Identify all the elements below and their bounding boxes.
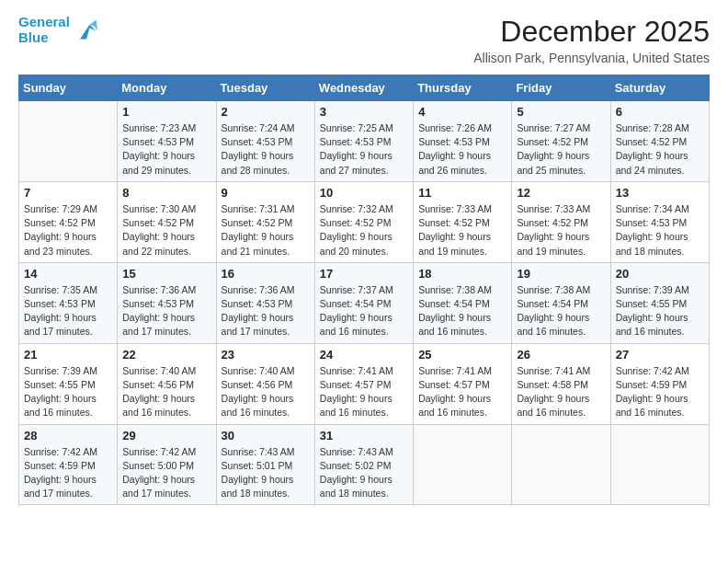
calendar-cell: 11Sunrise: 7:33 AMSunset: 4:52 PMDayligh… — [414, 181, 512, 262]
day-number: 22 — [122, 348, 210, 362]
logo: GeneralBlue — [18, 15, 99, 45]
day-info: Sunrise: 7:31 AMSunset: 4:52 PMDaylight:… — [222, 202, 310, 259]
calendar-week-2: 7Sunrise: 7:29 AMSunset: 4:52 PMDaylight… — [19, 181, 710, 262]
logo-icon — [74, 17, 99, 42]
weekday-header-thursday: Thursday — [414, 75, 512, 101]
calendar-cell — [610, 424, 709, 505]
day-info: Sunrise: 7:41 AMSunset: 4:57 PMDaylight:… — [320, 364, 408, 420]
day-info: Sunrise: 7:26 AMSunset: 4:53 PMDaylight:… — [418, 121, 506, 178]
day-info: Sunrise: 7:37 AMSunset: 4:54 PMDaylight:… — [320, 283, 408, 339]
calendar-table: SundayMondayTuesdayWednesdayThursdayFrid… — [18, 75, 710, 505]
day-number: 4 — [418, 105, 506, 119]
day-number: 13 — [616, 186, 704, 200]
calendar-cell: 23Sunrise: 7:40 AMSunset: 4:56 PMDayligh… — [216, 343, 314, 424]
day-info: Sunrise: 7:25 AMSunset: 4:53 PMDaylight:… — [320, 121, 408, 178]
calendar-cell — [19, 101, 118, 182]
day-info: Sunrise: 7:24 AMSunset: 4:53 PMDaylight:… — [222, 121, 310, 178]
day-number: 15 — [122, 267, 210, 281]
calendar-week-3: 14Sunrise: 7:35 AMSunset: 4:53 PMDayligh… — [19, 262, 710, 343]
calendar-cell — [414, 424, 512, 505]
calendar-cell: 12Sunrise: 7:33 AMSunset: 4:52 PMDayligh… — [512, 181, 610, 262]
calendar-cell: 14Sunrise: 7:35 AMSunset: 4:53 PMDayligh… — [19, 262, 118, 343]
day-number: 25 — [418, 348, 506, 362]
calendar-cell: 19Sunrise: 7:38 AMSunset: 4:54 PMDayligh… — [512, 262, 610, 343]
calendar-cell: 9Sunrise: 7:31 AMSunset: 4:52 PMDaylight… — [216, 181, 314, 262]
calendar-cell: 25Sunrise: 7:41 AMSunset: 4:57 PMDayligh… — [414, 343, 512, 424]
day-number: 31 — [320, 429, 408, 442]
calendar-cell: 4Sunrise: 7:26 AMSunset: 4:53 PMDaylight… — [414, 101, 512, 182]
title-area: December 2025 Allison Park, Pennsylvania… — [473, 15, 710, 65]
calendar-cell: 22Sunrise: 7:40 AMSunset: 4:56 PMDayligh… — [118, 343, 216, 424]
calendar-cell: 27Sunrise: 7:42 AMSunset: 4:59 PMDayligh… — [610, 343, 709, 424]
day-number: 2 — [222, 105, 310, 119]
day-number: 27 — [616, 348, 704, 362]
day-number: 29 — [122, 429, 210, 442]
day-number: 20 — [616, 267, 704, 281]
subtitle: Allison Park, Pennsylvania, United State… — [473, 51, 710, 65]
calendar-cell: 15Sunrise: 7:36 AMSunset: 4:53 PMDayligh… — [118, 262, 216, 343]
day-info: Sunrise: 7:43 AMSunset: 5:02 PMDaylight:… — [320, 445, 408, 501]
header: GeneralBlue December 2025 Allison Park, … — [18, 15, 710, 65]
day-number: 5 — [517, 105, 605, 119]
day-info: Sunrise: 7:43 AMSunset: 5:01 PMDaylight:… — [222, 445, 310, 501]
main-title: December 2025 — [473, 15, 710, 49]
weekday-header-wednesday: Wednesday — [314, 75, 413, 101]
day-number: 21 — [24, 348, 112, 362]
day-info: Sunrise: 7:34 AMSunset: 4:53 PMDaylight:… — [616, 202, 704, 259]
calendar-cell: 24Sunrise: 7:41 AMSunset: 4:57 PMDayligh… — [314, 343, 413, 424]
day-number: 28 — [24, 429, 112, 442]
weekday-header-saturday: Saturday — [610, 75, 709, 101]
day-number: 18 — [418, 267, 506, 281]
day-info: Sunrise: 7:42 AMSunset: 4:59 PMDaylight:… — [24, 445, 112, 501]
calendar-cell: 31Sunrise: 7:43 AMSunset: 5:02 PMDayligh… — [314, 424, 413, 505]
day-info: Sunrise: 7:36 AMSunset: 4:53 PMDaylight:… — [122, 283, 210, 339]
calendar-cell: 28Sunrise: 7:42 AMSunset: 4:59 PMDayligh… — [19, 424, 118, 505]
day-info: Sunrise: 7:32 AMSunset: 4:52 PMDaylight:… — [320, 202, 408, 259]
day-number: 7 — [24, 186, 112, 200]
day-info: Sunrise: 7:40 AMSunset: 4:56 PMDaylight:… — [222, 364, 310, 420]
day-info: Sunrise: 7:33 AMSunset: 4:52 PMDaylight:… — [418, 202, 506, 259]
calendar-cell: 18Sunrise: 7:38 AMSunset: 4:54 PMDayligh… — [414, 262, 512, 343]
day-number: 6 — [616, 105, 704, 119]
day-info: Sunrise: 7:33 AMSunset: 4:52 PMDaylight:… — [517, 202, 605, 259]
calendar-cell: 8Sunrise: 7:30 AMSunset: 4:52 PMDaylight… — [118, 181, 216, 262]
day-info: Sunrise: 7:40 AMSunset: 4:56 PMDaylight:… — [122, 364, 210, 420]
day-info: Sunrise: 7:41 AMSunset: 4:57 PMDaylight:… — [418, 364, 506, 420]
weekday-header-monday: Monday — [118, 75, 216, 101]
day-info: Sunrise: 7:36 AMSunset: 4:53 PMDaylight:… — [222, 283, 310, 339]
day-number: 26 — [517, 348, 605, 362]
day-info: Sunrise: 7:39 AMSunset: 4:55 PMDaylight:… — [616, 283, 704, 339]
calendar-week-1: 1Sunrise: 7:23 AMSunset: 4:53 PMDaylight… — [19, 101, 710, 182]
day-info: Sunrise: 7:42 AMSunset: 4:59 PMDaylight:… — [616, 364, 704, 420]
calendar-cell: 1Sunrise: 7:23 AMSunset: 4:53 PMDaylight… — [118, 101, 216, 182]
weekday-header-sunday: Sunday — [19, 75, 118, 101]
day-number: 11 — [418, 186, 506, 200]
day-info: Sunrise: 7:39 AMSunset: 4:55 PMDaylight:… — [24, 364, 112, 420]
day-number: 24 — [320, 348, 408, 362]
calendar-cell: 10Sunrise: 7:32 AMSunset: 4:52 PMDayligh… — [314, 181, 413, 262]
weekday-header-friday: Friday — [512, 75, 610, 101]
day-number: 1 — [122, 105, 210, 119]
day-info: Sunrise: 7:30 AMSunset: 4:52 PMDaylight:… — [122, 202, 210, 259]
calendar-cell — [512, 424, 610, 505]
day-number: 9 — [222, 186, 310, 200]
calendar-header: SundayMondayTuesdayWednesdayThursdayFrid… — [19, 75, 710, 101]
svg-marker-0 — [80, 24, 97, 39]
calendar-cell: 13Sunrise: 7:34 AMSunset: 4:53 PMDayligh… — [610, 181, 709, 262]
calendar-cell: 26Sunrise: 7:41 AMSunset: 4:58 PMDayligh… — [512, 343, 610, 424]
calendar-week-5: 28Sunrise: 7:42 AMSunset: 4:59 PMDayligh… — [19, 424, 710, 505]
day-number: 10 — [320, 186, 408, 200]
day-info: Sunrise: 7:41 AMSunset: 4:58 PMDaylight:… — [517, 364, 605, 420]
day-number: 23 — [222, 348, 310, 362]
day-info: Sunrise: 7:42 AMSunset: 5:00 PMDaylight:… — [122, 445, 210, 501]
day-info: Sunrise: 7:38 AMSunset: 4:54 PMDaylight:… — [517, 283, 605, 339]
calendar-cell: 6Sunrise: 7:28 AMSunset: 4:52 PMDaylight… — [610, 101, 709, 182]
calendar-cell: 3Sunrise: 7:25 AMSunset: 4:53 PMDaylight… — [314, 101, 413, 182]
calendar-cell: 2Sunrise: 7:24 AMSunset: 4:53 PMDaylight… — [216, 101, 314, 182]
calendar-cell: 29Sunrise: 7:42 AMSunset: 5:00 PMDayligh… — [118, 424, 216, 505]
day-info: Sunrise: 7:23 AMSunset: 4:53 PMDaylight:… — [122, 121, 210, 178]
day-info: Sunrise: 7:35 AMSunset: 4:53 PMDaylight:… — [24, 283, 112, 339]
calendar-cell: 21Sunrise: 7:39 AMSunset: 4:55 PMDayligh… — [19, 343, 118, 424]
calendar-cell: 5Sunrise: 7:27 AMSunset: 4:52 PMDaylight… — [512, 101, 610, 182]
day-number: 17 — [320, 267, 408, 281]
